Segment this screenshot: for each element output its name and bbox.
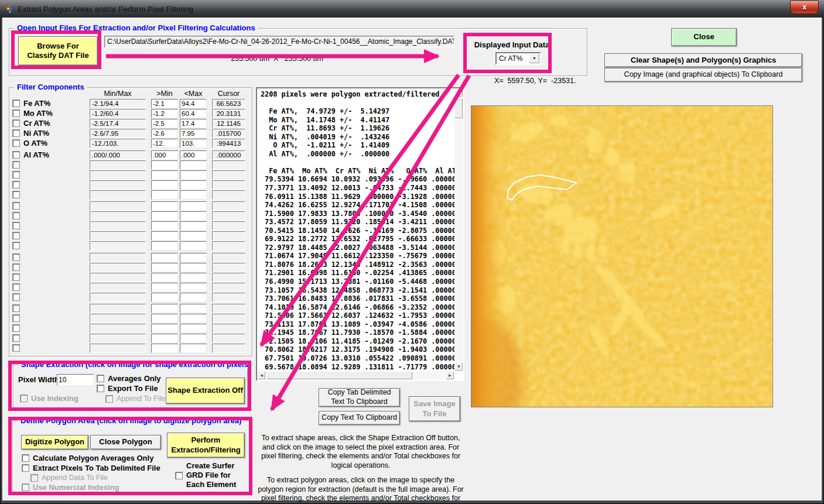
filter-row-2-checkbox[interactable]	[12, 119, 20, 127]
filter-row-14-max-input[interactable]	[180, 241, 207, 251]
results-console[interactable]: 2208 pixels were polygon extracted/filte…	[256, 87, 464, 381]
checkbox-icon[interactable]	[97, 385, 104, 392]
filter-row-5-max-input[interactable]	[180, 150, 207, 160]
filter-row-17-checkbox[interactable]	[12, 273, 20, 281]
browse-classify-dat-button[interactable]: Browse For Classify DAT File	[18, 36, 98, 66]
filter-row-14-min-input[interactable]	[151, 241, 178, 251]
filter-row-5-checkbox[interactable]	[12, 151, 20, 159]
perform-extraction-button[interactable]: Perform Extraction/Filtering	[167, 433, 245, 458]
filter-row-23-max-input[interactable]	[180, 334, 207, 343]
save-image-button[interactable]: Save Image To File	[409, 396, 460, 421]
filter-row-6-checkbox[interactable]	[12, 161, 20, 169]
close-polygon-button[interactable]: Close Polygon	[90, 435, 161, 450]
classified-image-view[interactable]	[471, 105, 773, 407]
filter-row-3-checkbox[interactable]	[12, 129, 20, 137]
filter-row-9-max-input[interactable]	[180, 190, 207, 200]
filter-row-12-checkbox[interactable]	[12, 222, 20, 229]
horizontal-scrollbar[interactable]: ◄ ►	[257, 371, 454, 380]
checkbox-icon[interactable]	[175, 472, 183, 479]
filter-row-2-min-input[interactable]	[151, 119, 178, 128]
filter-row-13-checkbox[interactable]	[12, 232, 20, 239]
filter-row-8-checkbox[interactable]	[12, 181, 20, 188]
filter-row-15-checkbox[interactable]	[12, 253, 20, 261]
filter-row-13-min-input[interactable]	[151, 231, 178, 241]
window-close-button[interactable]: x	[790, 1, 819, 14]
filter-row-7-checkbox[interactable]	[12, 171, 20, 179]
filter-row-15-min-input[interactable]	[151, 253, 178, 262]
scroll-up-icon[interactable]: ▲	[454, 88, 463, 97]
filter-row-12-min-input[interactable]	[151, 221, 178, 231]
filter-row-11-min-input[interactable]	[151, 211, 178, 221]
filter-row-21-checkbox[interactable]	[12, 314, 20, 322]
extract-pixels-checkbox[interactable]: Extract Pixels To Tab Delimited File	[22, 464, 160, 472]
scroll-right-icon[interactable]: ►	[446, 371, 454, 380]
filter-row-7-min-input[interactable]	[151, 170, 178, 180]
filter-row-19-max-input[interactable]	[180, 293, 207, 302]
filter-row-3-max-input[interactable]	[180, 129, 207, 138]
filter-row-6-min-input[interactable]	[151, 160, 178, 170]
vertical-scrollbar[interactable]: ▲ ▼	[454, 88, 463, 371]
export-to-file-checkbox[interactable]: Export To File	[97, 384, 158, 393]
pixel-width-input[interactable]	[57, 374, 94, 386]
filter-row-10-min-input[interactable]	[151, 201, 178, 211]
filter-row-0-checkbox[interactable]	[12, 100, 20, 107]
create-grd-checkbox[interactable]: Create Surfer GRD File for Each Element	[175, 461, 245, 489]
filter-row-14-checkbox[interactable]	[12, 242, 20, 249]
filter-row-10-max-input[interactable]	[180, 201, 207, 211]
displayed-input-dropdown[interactable]: Cr AT% ▼	[495, 52, 541, 65]
filter-row-8-min-input[interactable]	[151, 180, 178, 190]
filter-row-21-max-input[interactable]	[180, 314, 207, 323]
filter-row-16-min-input[interactable]	[151, 263, 178, 272]
filter-row-17-max-input[interactable]	[180, 273, 207, 282]
filter-row-4-min-input[interactable]	[151, 139, 178, 148]
scroll-left-icon[interactable]: ◄	[257, 371, 266, 380]
calc-polygon-averages-checkbox[interactable]: Calculate Polygon Averages Only	[22, 454, 153, 462]
filter-row-10-checkbox[interactable]	[12, 202, 20, 210]
filter-row-20-checkbox[interactable]	[12, 304, 20, 312]
clear-graphics-button[interactable]: Clear Shape(s) and Polygon(s) Graphics	[604, 53, 802, 67]
filter-row-11-max-input[interactable]	[180, 211, 207, 221]
filter-row-22-checkbox[interactable]	[12, 324, 20, 332]
filter-row-18-max-input[interactable]	[180, 283, 207, 292]
filter-row-0-min-input[interactable]	[151, 99, 178, 108]
filter-row-23-min-input[interactable]	[151, 334, 178, 343]
copy-text-clipboard-button[interactable]: Copy Text To Clipboard	[319, 411, 400, 425]
filter-row-19-checkbox[interactable]	[12, 293, 20, 301]
filter-row-6-max-input[interactable]	[180, 160, 207, 170]
filter-row-3-min-input[interactable]	[151, 129, 178, 138]
copy-image-clipboard-button[interactable]: Copy Image (and graphical objects) To Cl…	[604, 68, 802, 82]
filter-row-12-max-input[interactable]	[180, 221, 207, 231]
filter-row-1-min-input[interactable]	[151, 109, 178, 118]
filter-row-22-max-input[interactable]	[180, 324, 207, 333]
filter-row-19-min-input[interactable]	[151, 293, 178, 302]
checkbox-icon[interactable]	[97, 375, 104, 382]
filter-row-24-min-input[interactable]	[151, 344, 178, 353]
filter-row-15-max-input[interactable]	[180, 253, 207, 262]
filter-row-20-min-input[interactable]	[151, 304, 178, 313]
chevron-down-icon[interactable]: ▼	[529, 53, 540, 64]
file-path-box[interactable]: C:\UserData\SurferData\Alloys2\Fe-Mo-Cr-…	[104, 36, 454, 48]
scroll-down-icon[interactable]: ▼	[454, 362, 463, 371]
checkbox-icon[interactable]	[22, 464, 29, 472]
close-dialog-button[interactable]: Close	[671, 28, 737, 46]
filter-row-2-max-input[interactable]	[180, 119, 207, 128]
filter-row-9-checkbox[interactable]	[12, 191, 20, 198]
averages-only-checkbox[interactable]: Averages Only	[97, 374, 161, 383]
filter-row-16-checkbox[interactable]	[12, 263, 20, 271]
filter-row-1-checkbox[interactable]	[12, 109, 20, 117]
filter-row-18-min-input[interactable]	[151, 283, 178, 292]
filter-row-17-min-input[interactable]	[151, 273, 178, 282]
shape-extraction-toggle-button[interactable]: Shape Extraction Off	[166, 378, 245, 404]
filter-row-24-max-input[interactable]	[180, 344, 207, 353]
filter-row-9-min-input[interactable]	[151, 190, 178, 200]
filter-row-13-max-input[interactable]	[180, 231, 207, 241]
filter-row-22-min-input[interactable]	[151, 324, 178, 333]
digitize-polygon-button[interactable]: Digitize Polygon	[21, 435, 88, 450]
filter-row-24-checkbox[interactable]	[12, 344, 20, 352]
filter-row-5-min-input[interactable]	[151, 150, 178, 160]
checkbox-icon[interactable]	[22, 454, 29, 462]
filter-row-18-checkbox[interactable]	[12, 283, 20, 291]
filter-row-1-max-input[interactable]	[180, 109, 207, 118]
vertical-scroll-thumb[interactable]	[454, 98, 463, 119]
filter-row-20-max-input[interactable]	[180, 304, 207, 313]
